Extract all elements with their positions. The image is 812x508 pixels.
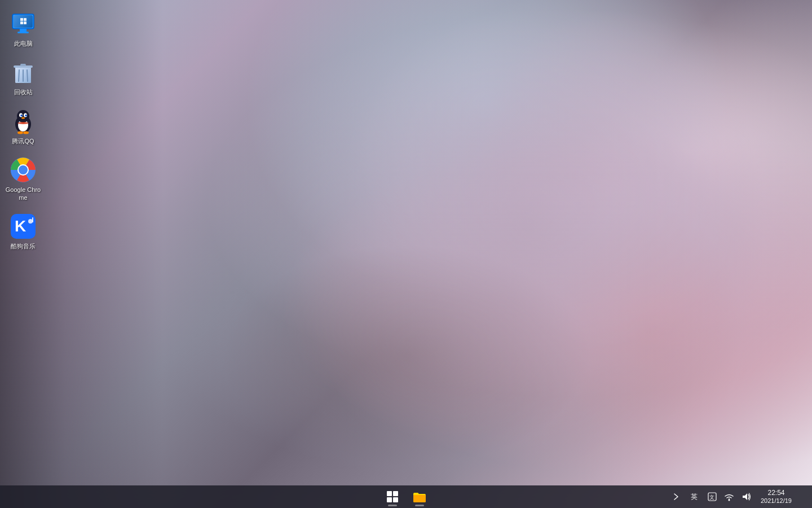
qq-icon (10, 108, 37, 135)
svg-rect-7 (20, 21, 23, 24)
svg-text:K: K (15, 217, 26, 235)
file-explorer-icon (413, 491, 426, 503)
svg-line-15 (27, 70, 28, 81)
svg-rect-2 (14, 15, 33, 28)
svg-rect-37 (393, 491, 398, 496)
notification-button[interactable] (800, 488, 807, 506)
taskbar-center (380, 485, 432, 508)
ime-icon: 文 (708, 492, 717, 501)
desktop-icon-kuwo[interactable]: K 酷狗音乐 (0, 208, 46, 255)
language-label: 英 (689, 492, 700, 502)
chrome-icon-label: Google Chrome (3, 186, 43, 202)
clock-date: 2021/12/19 (761, 497, 792, 505)
start-button[interactable] (380, 485, 405, 508)
show-hidden-icons-button[interactable] (669, 488, 683, 506)
svg-point-18 (17, 110, 29, 122)
kuwo-icon-label: 酷狗音乐 (11, 242, 36, 250)
svg-point-34 (28, 219, 33, 224)
svg-rect-39 (393, 497, 398, 502)
desktop-icon-computer[interactable]: 此电脑 (0, 6, 46, 52)
taskbar-right: 英 文 22:5 (669, 485, 812, 508)
network-button[interactable] (722, 488, 736, 506)
computer-icon (10, 10, 37, 37)
language-button[interactable]: 英 (686, 488, 702, 506)
svg-point-42 (728, 500, 730, 501)
computer-icon-label: 此电脑 (14, 40, 33, 47)
network-icon (724, 492, 734, 501)
desktop-icons: 此电脑 (0, 0, 51, 261)
windows-logo-icon (386, 491, 399, 503)
recycle-icon-label: 回收站 (14, 88, 33, 96)
ime-button[interactable]: 文 (705, 488, 719, 506)
desktop: 此电脑 (0, 0, 812, 485)
volume-button[interactable] (739, 488, 753, 506)
chrome-icon (10, 156, 37, 183)
file-explorer-button[interactable] (407, 485, 432, 508)
svg-point-24 (26, 115, 27, 116)
desktop-icon-recycle[interactable]: 回收站 (0, 54, 46, 100)
qq-icon-label: 腾讯QQ (12, 137, 34, 145)
svg-point-25 (21, 117, 25, 119)
chevron-right-icon (673, 493, 679, 501)
desktop-icon-qq[interactable]: 腾讯QQ (0, 103, 46, 150)
svg-rect-5 (20, 18, 23, 21)
recycle-icon (10, 59, 37, 86)
clock-area[interactable]: 22:54 2021/12/19 (756, 485, 796, 508)
svg-rect-35 (32, 217, 33, 222)
kuwo-icon: K (10, 213, 37, 240)
svg-rect-38 (387, 497, 392, 502)
svg-rect-4 (17, 32, 29, 33)
svg-rect-3 (20, 29, 27, 32)
volume-icon (741, 492, 751, 501)
svg-rect-36 (387, 491, 392, 496)
svg-rect-8 (24, 21, 27, 24)
svg-rect-6 (24, 18, 27, 21)
svg-line-13 (19, 70, 19, 81)
clock-time: 22:54 (767, 489, 784, 497)
desktop-icon-chrome[interactable]: Google Chrome (0, 152, 46, 207)
svg-point-26 (17, 131, 23, 134)
svg-point-31 (19, 165, 28, 174)
svg-point-23 (21, 115, 23, 116)
svg-text:文: 文 (709, 494, 714, 500)
taskbar: 英 文 22:5 (0, 485, 812, 508)
svg-point-27 (23, 131, 29, 134)
svg-rect-12 (20, 64, 26, 66)
